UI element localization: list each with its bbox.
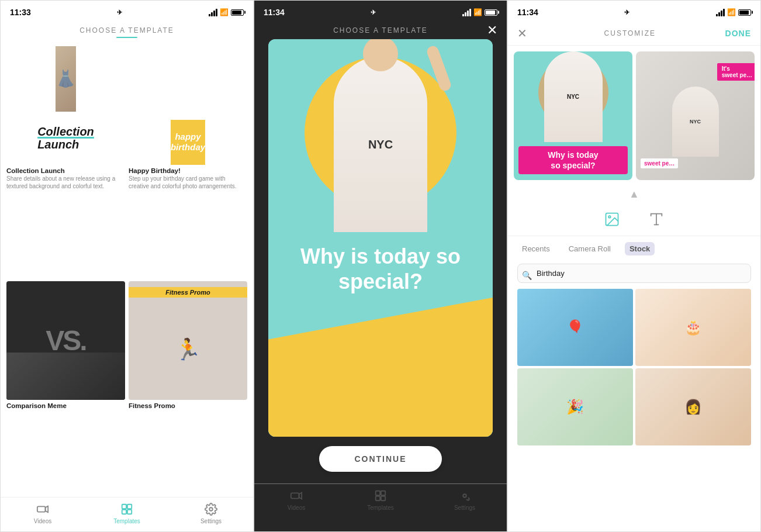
- modal-question: Why is today so special?: [280, 244, 481, 294]
- preview-question-text: Why is todayso special?: [518, 146, 628, 174]
- tool-bar: [508, 203, 760, 236]
- svg-rect-5: [127, 510, 132, 514]
- svg-rect-0: [37, 506, 46, 512]
- svg-point-6: [209, 507, 213, 511]
- template-card-collection[interactable]: 👗 CollectionLaunch Collection Launch Sha…: [6, 46, 125, 278]
- preview-card-main[interactable]: NYC Why is todayso special?: [514, 51, 632, 180]
- location-icon-1: ✈: [117, 9, 122, 16]
- done-button[interactable]: DONE: [725, 29, 751, 38]
- svg-rect-7: [291, 493, 299, 498]
- tab-recents[interactable]: Recents: [517, 242, 555, 255]
- customize-title: CUSTOMIZE: [535, 29, 725, 37]
- modal-title: CHOOSE A TEMPLATE: [333, 26, 428, 34]
- template-thumb-fitness: Fitness Promo 🏃: [129, 281, 247, 400]
- battery-icon-3: [738, 9, 751, 16]
- template-thumb-vs: VS.: [6, 281, 125, 400]
- nav-item-videos[interactable]: Videos: [1, 502, 85, 524]
- wifi-icon-1: 📶: [220, 8, 229, 16]
- tab-camera-roll[interactable]: Camera Roll: [564, 242, 615, 255]
- modal-arm: [426, 44, 452, 92]
- svg-rect-10: [381, 491, 385, 495]
- template-thumb-collection: 👗 CollectionLaunch: [6, 46, 125, 165]
- template-card-vs[interactable]: VS. Comparison Meme: [6, 281, 125, 497]
- location-icon-3: ✈: [624, 9, 629, 16]
- template-card-fitness[interactable]: Fitness Promo 🏃 Fitness Promo: [129, 281, 247, 497]
- photo-cell-candles[interactable]: [635, 289, 751, 366]
- photo-cell-party2[interactable]: [635, 368, 751, 445]
- status-icons-2: 📶: [462, 8, 497, 16]
- modal-preview-card: NYC Why is today so special?: [268, 39, 493, 437]
- wifi-icon-3: 📶: [727, 8, 736, 16]
- close-x-button[interactable]: ✕: [517, 26, 535, 40]
- nav-item-settings[interactable]: Settings: [169, 502, 253, 524]
- nav-label-settings: Settings: [200, 518, 222, 524]
- customize-header: ✕ CUSTOMIZE DONE: [508, 22, 760, 46]
- continue-btn-wrap: CONTINUE: [254, 437, 507, 483]
- battery-icon-1: [231, 9, 244, 16]
- phone-2: 11:34 ✈ 📶 CHOOSE A TEMPLATE ✕: [254, 0, 507, 532]
- svg-rect-12: [381, 496, 385, 500]
- svg-rect-4: [122, 510, 126, 514]
- preview-strip: NYC Why is todayso special? It'ssweet pe…: [508, 46, 760, 186]
- template-desc-birthday: Step up your birthday card game with cre…: [129, 175, 247, 190]
- template-name-fitness: Fitness Promo: [129, 402, 247, 409]
- template-grid: 👗 CollectionLaunch Collection Launch Sha…: [1, 40, 253, 497]
- search-input[interactable]: [517, 264, 751, 283]
- time-1: 11:33: [10, 8, 31, 17]
- status-icons-3: 📶: [716, 8, 751, 16]
- photo-cell-kid[interactable]: [517, 289, 633, 366]
- nav-label-templates: Templates: [113, 518, 140, 524]
- bottom-nav-1: Videos Templates Settings: [1, 497, 253, 531]
- template-thumb-birthday: 📸 happybirthday: [129, 46, 247, 165]
- arrow-indicator: ▲: [508, 186, 760, 203]
- svg-point-13: [463, 494, 466, 498]
- modal-person-figure: NYC: [334, 57, 427, 232]
- settings-icon: [204, 502, 218, 516]
- time-3: 11:34: [517, 8, 538, 17]
- svg-marker-8: [299, 493, 302, 499]
- continue-button[interactable]: CONTINUE: [319, 446, 441, 472]
- template-desc-collection: Share details about a new release using …: [6, 175, 125, 190]
- status-bar-2: 11:34 ✈ 📶: [254, 1, 507, 22]
- preview-card-secondary[interactable]: It'ssweet pe… sweet pe… NYC: [636, 51, 755, 180]
- modal-person-wrap: NYC: [268, 39, 493, 232]
- template-card-birthday[interactable]: 📸 happybirthday Happy Birthday! Step up …: [129, 46, 247, 278]
- modal-head: [363, 39, 398, 71]
- video-icon: [36, 502, 50, 516]
- status-bar-1: 11:33 ✈ 📶: [1, 1, 253, 22]
- image-tool-icon[interactable]: [601, 209, 622, 230]
- modal-header: CHOOSE A TEMPLATE ✕: [254, 22, 507, 39]
- signal-bars-2: [462, 9, 471, 16]
- svg-rect-11: [376, 496, 380, 500]
- phone-3: 11:34 ✈ 📶 ✕ CUSTOMIZE DONE NYC Why is to…: [507, 0, 761, 532]
- photo-cell-party1[interactable]: [517, 368, 633, 445]
- fitness-banner: Fitness Promo: [129, 287, 247, 298]
- template-name-vs: Comparison Meme: [6, 402, 125, 409]
- signal-bars-1: [209, 9, 217, 16]
- svg-rect-3: [127, 505, 132, 509]
- close-icon[interactable]: ✕: [487, 23, 497, 38]
- location-icon-2: ✈: [371, 9, 376, 16]
- page-title-1: CHOOSE A TEMPLATE: [1, 26, 253, 34]
- battery-icon-2: [485, 9, 497, 16]
- svg-marker-1: [46, 506, 49, 513]
- media-tabs: Recents Camera Roll Stock: [508, 236, 760, 261]
- text-tool-icon[interactable]: [646, 209, 667, 230]
- svg-rect-9: [376, 491, 380, 495]
- bottom-nav-2: Videos Templates Settings: [254, 483, 507, 518]
- photo-grid: [508, 289, 760, 445]
- nav-label-videos: Videos: [34, 518, 51, 524]
- header-underline-1: [116, 37, 137, 38]
- time-2: 11:34: [264, 8, 285, 17]
- screen-header-1: CHOOSE A TEMPLATE: [1, 22, 253, 40]
- status-icons-1: 📶: [209, 8, 244, 16]
- search-icon: 🔍: [522, 271, 532, 280]
- template-name-birthday: Happy Birthday!: [129, 167, 247, 174]
- svg-rect-2: [122, 505, 126, 509]
- nav-item-templates[interactable]: Templates: [85, 502, 169, 524]
- preview-person: NYC: [544, 51, 603, 142]
- template-name-collection: Collection Launch: [6, 167, 125, 174]
- phone-1: 11:33 ✈ 📶 CHOOSE A TEMPLATE 👗: [0, 0, 254, 532]
- tab-stock[interactable]: Stock: [625, 242, 655, 255]
- signal-bars-3: [716, 9, 725, 16]
